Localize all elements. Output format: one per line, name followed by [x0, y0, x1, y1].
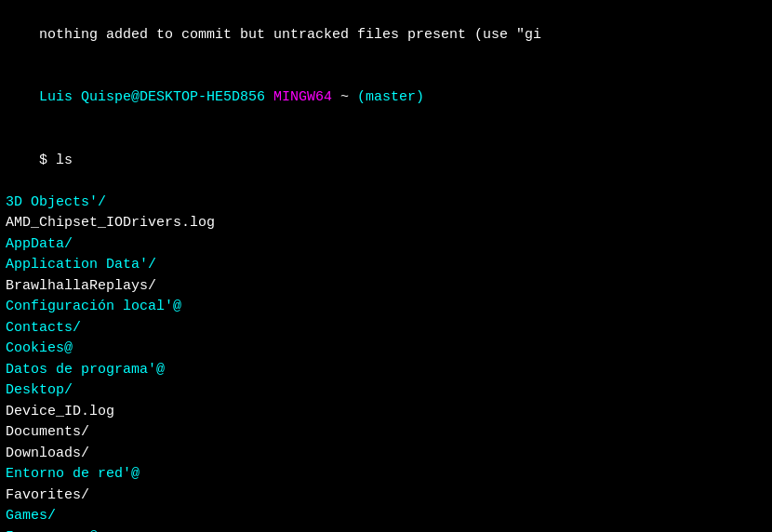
terminal-command: $ ls — [39, 153, 73, 168]
list-item: Impresoras@ — [6, 527, 766, 533]
list-item: Favorites/ — [6, 485, 766, 507]
list-item: Contacts/ — [6, 318, 766, 339]
list-item: Cookies@ — [6, 339, 766, 360]
terminal-text: nothing added to commit but untracked fi… — [39, 27, 541, 43]
terminal-branch: (master) — [357, 89, 424, 105]
terminal-prompt-line: Luis Quispe@DESKTOP-HE5D856 MINGW64 ~ (m… — [6, 67, 766, 130]
terminal-command-line: $ ls — [6, 129, 766, 193]
list-item: Documents/ — [6, 422, 766, 444]
list-item: Games/ — [6, 506, 766, 527]
terminal-shell: MINGW64 — [273, 89, 332, 105]
list-item: AppData/ — [6, 234, 766, 256]
list-item: Desktop/ — [6, 380, 766, 402]
list-item: Downloads/ — [6, 444, 766, 465]
list-item: AMD_Chipset_IODrivers.log — [6, 213, 766, 234]
terminal-space: ~ — [332, 89, 357, 105]
list-item: Datos de programa'@ — [6, 360, 766, 381]
list-item: 3D Objects'/ — [6, 193, 766, 214]
list-item: Application Data'/ — [6, 255, 766, 276]
terminal-window[interactable]: nothing added to commit but untracked fi… — [0, 0, 772, 532]
terminal-username: Luis Quispe@DESKTOP-HE5D856 — [39, 89, 273, 105]
list-item: Configuración local'@ — [6, 297, 766, 318]
terminal-line: nothing added to commit but untracked fi… — [6, 4, 766, 67]
list-item: Device_ID.log — [6, 402, 766, 423]
list-item: Entorno de red'@ — [6, 464, 766, 485]
list-item: BrawlhallaReplays/ — [6, 276, 766, 298]
